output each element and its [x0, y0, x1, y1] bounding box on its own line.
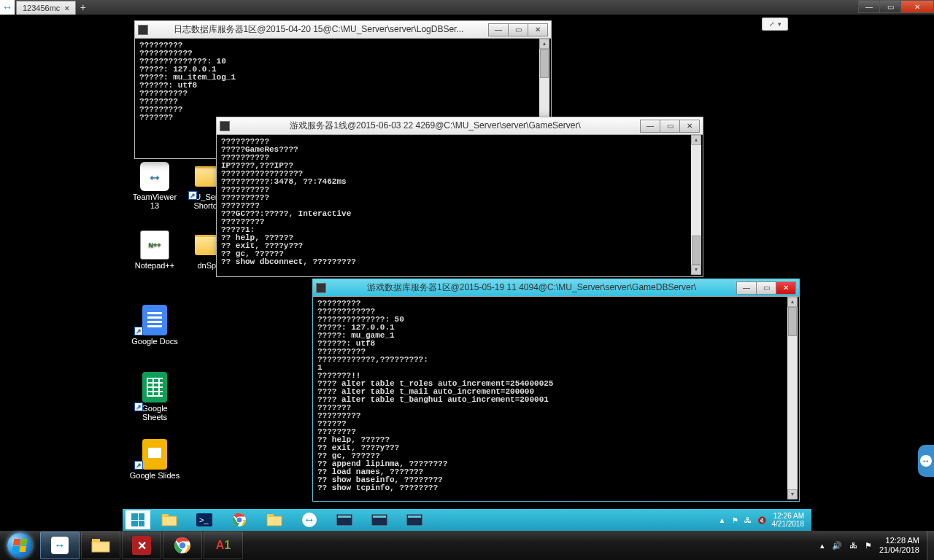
- tray-flag-icon[interactable]: ▲: [719, 516, 726, 524]
- shortcut-badge-icon: ↗: [134, 327, 143, 335]
- close-button[interactable]: ✕: [776, 281, 796, 295]
- shortcut-badge-icon: ↗: [188, 191, 197, 200]
- tray-volume-icon[interactable]: 🔊: [832, 541, 842, 551]
- titlebar[interactable]: 游戏服务器1线@2015-06-03 22 4269@C:\MU_Server\…: [217, 117, 703, 135]
- minimize-button[interactable]: —: [640, 120, 660, 133]
- scroll-up-icon[interactable]: ▴: [691, 135, 701, 145]
- scroll-up-icon[interactable]: ▴: [539, 39, 549, 49]
- maximize-button[interactable]: ▭: [508, 23, 528, 36]
- host-window-controls: — ▭ ✕: [859, 0, 934, 15]
- scroll-down-icon[interactable]: ▾: [787, 489, 798, 499]
- scroll-thumb[interactable]: [540, 49, 549, 78]
- teamviewer-icon: ↔: [0, 0, 15, 15]
- google-sheets-icon: [142, 372, 167, 402]
- app-icon: [138, 25, 148, 35]
- desktop-icon-teamviewer[interactable]: TeamViewer 13: [128, 162, 181, 210]
- svg-rect-14: [92, 542, 109, 552]
- host-clock[interactable]: 12:28 AM 21/04/2018: [879, 536, 919, 555]
- shortcut-badge-icon: ↗: [134, 402, 143, 411]
- svg-rect-13: [408, 516, 421, 518]
- close-button[interactable]: ✕: [528, 23, 548, 36]
- host-tray[interactable]: ▴ 🔊 🖧 ⚑ 12:28 AM 21/04/2018: [813, 536, 927, 555]
- taskbar-explorer-button[interactable]: [153, 510, 185, 529]
- tray-network-icon[interactable]: 🖧: [849, 541, 857, 550]
- window-gameserver[interactable]: 游戏服务器1线@2015-06-03 22 4269@C:\MU_Server\…: [216, 117, 703, 277]
- titlebar[interactable]: 游戏数据库服务器1区@2015-05-19 11 4094@C:\MU_Serv…: [313, 279, 799, 297]
- session-tab-label: 123456mc: [23, 4, 60, 12]
- svg-rect-1: [162, 514, 169, 517]
- svg-point-17: [179, 542, 186, 549]
- svg-rect-7: [267, 514, 274, 517]
- session-tab[interactable]: 123456mc ×: [16, 1, 76, 15]
- taskbar-explorer2-button[interactable]: [258, 510, 290, 529]
- svg-rect-0: [162, 516, 177, 526]
- teamviewer-icon: ↔: [920, 455, 932, 467]
- teamviewer-icon: [140, 162, 169, 191]
- remote-tray[interactable]: ▲ ⚑ 🖧 🔇 12:26 AM 4/21/2018: [719, 512, 808, 528]
- console-output: ????????? ???????????? ??????????????: 5…: [314, 297, 787, 499]
- show-desktop-button[interactable]: [927, 531, 934, 560]
- console-output: ?????????? ?????GameRes???? ?????????? I…: [218, 135, 691, 275]
- remote-clock[interactable]: 12:26 AM 4/21/2018: [772, 512, 805, 528]
- host-taskbar-chrome[interactable]: [163, 532, 202, 559]
- close-tab-icon[interactable]: ×: [64, 4, 69, 12]
- start-button[interactable]: [126, 510, 150, 529]
- taskbar-console3-button[interactable]: [398, 510, 431, 529]
- svg-rect-11: [373, 516, 386, 518]
- remote-session-viewport: ⤢▾ ↔ TeamViewer 13 ↗ MU_Server Shortcut …: [0, 15, 934, 531]
- tray-flag-icon[interactable]: ⚑: [865, 541, 872, 551]
- taskbar-console1-button[interactable]: [328, 510, 360, 529]
- tray-network-icon[interactable]: 🖧: [744, 516, 752, 524]
- minimize-button[interactable]: —: [858, 0, 880, 13]
- close-button[interactable]: ✕: [900, 0, 934, 13]
- scroll-down-icon[interactable]: ▾: [691, 265, 701, 275]
- taskbar-chrome-button[interactable]: [223, 510, 255, 529]
- minimize-button[interactable]: —: [488, 23, 509, 36]
- tray-volume-icon[interactable]: 🔇: [757, 516, 766, 524]
- scroll-up-icon[interactable]: ▴: [787, 297, 798, 307]
- desktop-icon-notepadpp[interactable]: Notepad++: [128, 230, 181, 270]
- google-slides-icon: [142, 439, 167, 470]
- scrollbar[interactable]: ▴ ▾: [787, 297, 798, 499]
- app-icon: [316, 283, 326, 293]
- host-start-button[interactable]: [0, 531, 39, 560]
- desktop-icon-google-sheets[interactable]: ↗ Google Sheets: [128, 372, 181, 421]
- maximize-button[interactable]: ▭: [756, 281, 776, 295]
- app-icon: [220, 121, 230, 131]
- scroll-thumb[interactable]: [788, 307, 797, 336]
- icon-label: TeamViewer 13: [128, 192, 181, 210]
- desktop-icon-google-slides[interactable]: ↗ Google Slides: [128, 439, 181, 480]
- remote-desktop[interactable]: TeamViewer 13 ↗ MU_Server Shortcut Notep…: [123, 15, 811, 531]
- window-title: 游戏服务器1线@2015-06-03 22 4269@C:\MU_Server\…: [234, 120, 636, 132]
- svg-rect-9: [338, 516, 351, 518]
- icon-label: Google Slides: [128, 471, 181, 480]
- host-taskbar: ↔ ✕ A1 ▴ 🔊 🖧 ⚑ 12:28 AM 21/04/2018: [0, 531, 934, 560]
- google-docs-icon: [142, 305, 167, 335]
- chevron-down-icon: ▾: [778, 20, 781, 28]
- maximize-button[interactable]: ▭: [660, 120, 680, 133]
- notepadpp-icon: [140, 230, 169, 260]
- host-taskbar-app-red[interactable]: ✕: [122, 532, 161, 559]
- taskbar-powershell-button[interactable]: >_: [188, 510, 220, 529]
- minimize-button[interactable]: —: [736, 281, 757, 295]
- svg-rect-15: [92, 539, 100, 542]
- titlebar[interactable]: 日志数据库服务器1区@2015-04-20 15@C:\MU_Server\se…: [135, 21, 551, 39]
- session-toolbar-pill[interactable]: ⤢▾: [762, 18, 788, 31]
- host-taskbar-teamviewer[interactable]: ↔: [40, 532, 80, 559]
- taskbar-console2-button[interactable]: [363, 510, 395, 529]
- tray-flag2-icon[interactable]: ⚑: [732, 516, 738, 524]
- new-tab-button[interactable]: +: [76, 1, 90, 13]
- scrollbar[interactable]: ▴ ▾: [691, 135, 701, 275]
- remote-taskbar: >_ ↔ ▲ ⚑ 🖧 🔇 12:26 AM 4/21/2018: [123, 509, 811, 531]
- host-taskbar-explorer[interactable]: [81, 532, 120, 559]
- tray-chevron-up-icon[interactable]: ▴: [820, 541, 825, 551]
- taskbar-teamviewer-button[interactable]: ↔: [293, 510, 325, 529]
- scroll-thumb[interactable]: [692, 236, 700, 265]
- shortcut-badge-icon: ↗: [134, 461, 143, 470]
- desktop-icon-google-docs[interactable]: ↗ Google Docs: [128, 305, 181, 346]
- maximize-button[interactable]: ▭: [879, 0, 901, 13]
- host-taskbar-app-a1[interactable]: A1: [204, 532, 243, 559]
- teamviewer-side-button[interactable]: ↔: [918, 445, 934, 477]
- window-gamedbserver[interactable]: 游戏数据库服务器1区@2015-05-19 11 4094@C:\MU_Serv…: [312, 279, 800, 502]
- close-button[interactable]: ✕: [679, 120, 700, 133]
